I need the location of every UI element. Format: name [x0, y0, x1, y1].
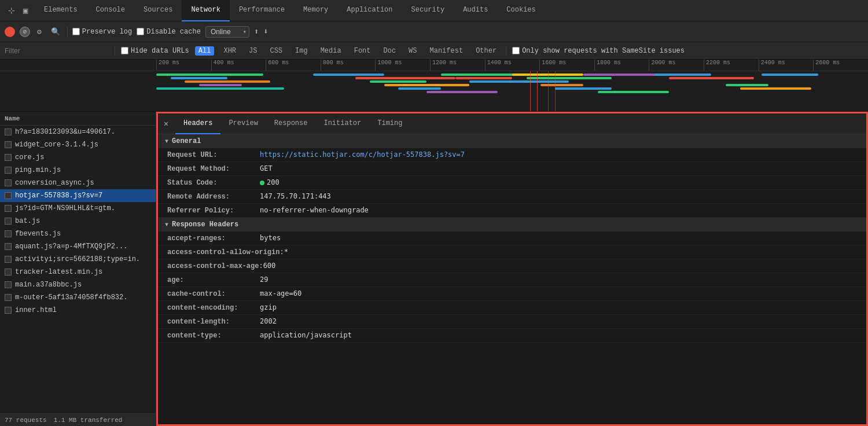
- response-header-3: age: 29: [158, 273, 866, 287]
- filter-type-all[interactable]: All: [195, 46, 215, 56]
- file-item-5[interactable]: hotjar-557838.js?sv=7: [0, 189, 156, 202]
- file-item-0[interactable]: h?a=1830123093&u=490617.: [0, 126, 156, 138]
- filter-type-ws[interactable]: WS: [405, 46, 420, 56]
- tick-2000: 2000 ms: [649, 60, 704, 71]
- preserve-log-label[interactable]: Preserve log: [72, 28, 132, 36]
- preserve-log-checkbox[interactable]: [72, 28, 80, 35]
- hide-data-urls-checkbox[interactable]: [121, 47, 128, 54]
- remote-address-value: 147.75.70.171:443: [260, 192, 331, 200]
- response-header-key-2: access-control-max-age:: [167, 262, 263, 270]
- file-name-6: js?id=GTM-NS9HLHL&t=gtm.: [15, 204, 115, 212]
- stop-button[interactable]: ⊘: [20, 27, 30, 37]
- detail-tab-headers[interactable]: Headers: [175, 113, 220, 134]
- response-header-5: content-encoding: gzip: [158, 301, 866, 315]
- tick-2400: 2400 ms: [759, 60, 814, 71]
- detail-tab-initiator[interactable]: Initiator: [315, 113, 369, 134]
- file-item-12[interactable]: main.a37a8bbc.js: [0, 278, 156, 291]
- pointer-icon[interactable]: ⊹: [6, 5, 17, 16]
- throttle-select-wrap[interactable]: Online Fast 3G Slow 3G Offline: [205, 26, 249, 38]
- filter-type-xhr[interactable]: XHR: [220, 46, 240, 56]
- status-code-value: 200: [260, 178, 279, 186]
- file-checkbox-13: [5, 294, 12, 301]
- file-item-3[interactable]: ping.min.js: [0, 164, 156, 177]
- file-item-13[interactable]: m-outer-5af13a74058f4fb832.: [0, 291, 156, 304]
- tab-application[interactable]: Application: [337, 0, 402, 21]
- file-checkbox-12: [5, 281, 12, 288]
- file-checkbox-3: [5, 167, 12, 174]
- file-checkbox-7: [5, 218, 12, 225]
- tab-console[interactable]: Console: [87, 0, 134, 21]
- request-url-key: Request URL:: [167, 151, 260, 159]
- response-header-key-4: cache-control:: [167, 290, 260, 298]
- file-item-7[interactable]: bat.js: [0, 215, 156, 227]
- search-icon[interactable]: 🔍: [49, 26, 62, 38]
- file-item-4[interactable]: conversion_async.js: [0, 177, 156, 189]
- file-item-9[interactable]: aquant.js?a=p-4MfTXQ9jP2...: [0, 240, 156, 253]
- file-checkbox-6: [5, 205, 12, 212]
- hide-data-urls-label[interactable]: Hide data URLs: [121, 47, 189, 55]
- tab-elements[interactable]: Elements: [35, 0, 87, 21]
- filter-type-js[interactable]: JS: [245, 46, 260, 56]
- general-section-header[interactable]: General: [158, 134, 866, 148]
- filter-type-img[interactable]: Img: [292, 46, 311, 56]
- disable-cache-checkbox[interactable]: [137, 28, 144, 35]
- response-header-key-6: content-length:: [167, 318, 260, 326]
- disable-cache-label[interactable]: Disable cache: [137, 28, 201, 36]
- file-name-10: activityi;src=5662188;type=in.: [15, 255, 140, 263]
- download-icon[interactable]: ⬇: [263, 27, 268, 36]
- filter-type-media[interactable]: Media: [317, 46, 345, 56]
- tab-performance[interactable]: Performance: [230, 0, 294, 21]
- filter-type-css[interactable]: CSS: [266, 46, 286, 56]
- status-dot: [260, 181, 264, 185]
- file-item-10[interactable]: activityi;src=5662188;type=in.: [0, 253, 156, 266]
- file-item-14[interactable]: inner.html: [0, 304, 156, 317]
- filter-input[interactable]: [5, 47, 109, 55]
- file-checkbox-9: [5, 243, 12, 250]
- file-item-1[interactable]: widget_core-3.1.4.js: [0, 138, 156, 151]
- tab-audits[interactable]: Audits: [454, 0, 497, 21]
- record-button[interactable]: [5, 27, 15, 37]
- file-item-11[interactable]: tracker-latest.min.js: [0, 266, 156, 278]
- filter-separator-2: [506, 46, 506, 56]
- samesite-checkbox[interactable]: [512, 47, 520, 54]
- response-header-value-4: max-age=60: [260, 289, 301, 298]
- file-checkbox-8: [5, 230, 12, 237]
- close-button[interactable]: ✕: [160, 118, 172, 130]
- status-code-key: Status Code:: [167, 179, 260, 187]
- tick-1400: 1400 ms: [485, 60, 540, 71]
- filter-icon[interactable]: ⚙: [35, 26, 44, 38]
- filter-type-other[interactable]: Other: [472, 46, 500, 56]
- samesite-label[interactable]: Only show requests with SameSite issues: [512, 47, 685, 55]
- response-header-0: accept-ranges: bytes: [158, 232, 866, 245]
- detail-tab-preview[interactable]: Preview: [220, 113, 266, 134]
- file-checkbox-11: [5, 269, 12, 276]
- tab-security[interactable]: Security: [402, 0, 454, 21]
- detail-tabs: ✕ Headers Preview Response Initiator Tim…: [158, 113, 866, 134]
- file-item-6[interactable]: js?id=GTM-NS9HLHL&t=gtm.: [0, 202, 156, 215]
- response-headers-section-header[interactable]: Response Headers: [158, 218, 866, 232]
- tab-cookies[interactable]: Cookies: [497, 0, 545, 21]
- file-name-5: hotjar-557838.js?sv=7: [15, 192, 102, 200]
- tab-memory[interactable]: Memory: [294, 0, 337, 21]
- tick-2600: 2600 ms: [813, 60, 868, 71]
- file-checkbox-14: [5, 307, 12, 314]
- file-item-8[interactable]: fbevents.js: [0, 227, 156, 240]
- tick-600: 600 ms: [266, 60, 321, 71]
- dock-icon[interactable]: ▣: [20, 5, 31, 16]
- timeline-area[interactable]: 200 ms 400 ms 600 ms 800 ms 1000 ms 1200…: [0, 60, 868, 112]
- file-name-3: ping.min.js: [15, 166, 61, 174]
- tab-network[interactable]: Network: [182, 0, 229, 21]
- filter-type-doc[interactable]: Doc: [380, 46, 400, 56]
- throttle-select[interactable]: Online Fast 3G Slow 3G Offline: [205, 26, 249, 38]
- filter-type-font[interactable]: Font: [351, 46, 374, 56]
- transferred-size: 1.1 MB transferred: [54, 417, 123, 424]
- tab-sources[interactable]: Sources: [134, 0, 182, 21]
- file-name-13: m-outer-5af13a74058f4fb832.: [15, 293, 127, 302]
- request-method-value: GET: [260, 164, 273, 172]
- filter-type-manifest[interactable]: Manifest: [426, 46, 467, 56]
- upload-icon[interactable]: ⬆: [254, 27, 259, 36]
- detail-tab-timing[interactable]: Timing: [369, 113, 410, 134]
- file-item-2[interactable]: core.js: [0, 151, 156, 164]
- file-name-4: conversion_async.js: [15, 179, 94, 187]
- detail-tab-response[interactable]: Response: [266, 113, 316, 134]
